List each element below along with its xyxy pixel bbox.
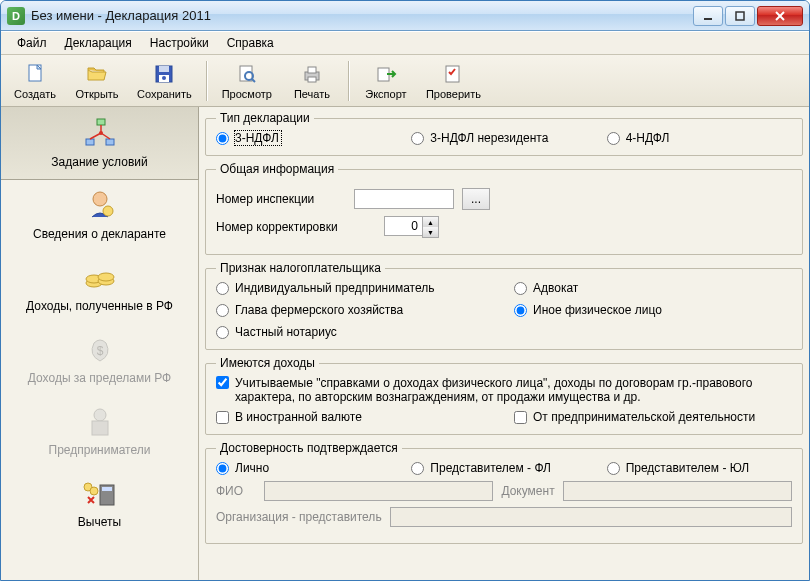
sidebar-item-label: Доходы, полученные в РФ (26, 299, 173, 313)
person-icon (82, 187, 118, 223)
checklist-icon (441, 62, 465, 86)
printer-icon (300, 62, 324, 86)
input-correction[interactable] (384, 216, 422, 236)
toolbar-open[interactable]: Открыть (67, 60, 127, 102)
maximize-button[interactable] (725, 6, 755, 26)
menu-file[interactable]: Файл (9, 33, 55, 53)
sidebar: Задание условий Сведения о декларанте До… (1, 107, 199, 580)
folder-open-icon (85, 62, 109, 86)
input-doc (563, 481, 792, 501)
legend-general: Общая информация (216, 162, 338, 176)
toolbar-separator (348, 61, 350, 101)
businessman-icon (82, 403, 118, 439)
radio-notary[interactable]: Частный нотариус (216, 325, 494, 339)
export-icon (374, 62, 398, 86)
svg-rect-33 (92, 421, 108, 435)
toolbar-export[interactable]: Экспорт (356, 60, 416, 102)
svg-point-9 (162, 76, 166, 80)
radio-ip[interactable]: Индивидуальный предприниматель (216, 281, 494, 295)
radio-other[interactable]: Иное физическое лицо (514, 303, 792, 317)
toolbar-save[interactable]: Сохранить (129, 60, 200, 102)
calculator-icon (82, 475, 118, 511)
radio-rep-ul[interactable]: Представителем - ЮЛ (607, 461, 792, 475)
svg-rect-17 (446, 66, 459, 82)
sidebar-item-income-abroad[interactable]: $ Доходы за пределами РФ (1, 323, 198, 395)
check-foreign[interactable]: В иностранной валюте (216, 410, 494, 424)
legend-sign: Признак налогоплательщика (216, 261, 385, 275)
svg-point-25 (93, 192, 107, 206)
file-new-icon (23, 62, 47, 86)
fieldset-decl-type: Тип декларации 3-НДФЛ 3-НДФЛ нерезидента… (205, 111, 803, 156)
fieldset-general: Общая информация Номер инспекции ... Ном… (205, 162, 803, 255)
check-spravka[interactable]: Учитываемые "справками о доходах физичес… (216, 376, 792, 404)
input-org (390, 507, 792, 527)
fieldset-income: Имеются доходы Учитываемые "справками о … (205, 356, 803, 435)
toolbar-create[interactable]: Создать (5, 60, 65, 102)
radio-3ndfl-nonres[interactable]: 3-НДФЛ нерезидента (411, 131, 596, 145)
svg-rect-7 (159, 66, 169, 72)
toolbar-print[interactable]: Печать (282, 60, 342, 102)
svg-point-30 (98, 273, 114, 281)
spinner-down[interactable]: ▼ (423, 227, 438, 237)
menu-settings[interactable]: Настройки (142, 33, 217, 53)
legend-decl-type: Тип декларации (216, 111, 314, 125)
toolbar-preview[interactable]: Просмотр (214, 60, 280, 102)
svg-rect-14 (308, 67, 316, 73)
coins-icon (82, 259, 118, 295)
radio-advokat[interactable]: Адвокат (514, 281, 792, 295)
sidebar-item-label: Предприниматели (49, 443, 151, 457)
sidebar-item-label: Доходы за пределами РФ (28, 371, 171, 385)
svg-point-26 (103, 206, 113, 216)
sidebar-item-conditions[interactable]: Задание условий (1, 107, 199, 180)
menu-help[interactable]: Справка (219, 33, 282, 53)
minimize-button[interactable] (693, 6, 723, 26)
magnifier-page-icon (235, 62, 259, 86)
toolbar-verify[interactable]: Проверить (418, 60, 489, 102)
spinner-up[interactable]: ▲ (423, 217, 438, 227)
label-org: Организация - представитель (216, 510, 382, 524)
main-body: Задание условий Сведения о декларанте До… (1, 107, 809, 580)
toolbar: Создать Открыть Сохранить Просмотр Печат… (1, 55, 809, 107)
sidebar-item-label: Вычеты (78, 515, 121, 529)
stepper-correction: ▲ ▼ (384, 216, 439, 238)
check-biz[interactable]: От предпринимательской деятельности (514, 410, 792, 424)
svg-point-32 (94, 409, 106, 421)
titlebar: D Без имени - Декларация 2011 (1, 1, 809, 31)
sidebar-item-income-rf[interactable]: Доходы, полученные в РФ (1, 251, 198, 323)
floppy-disk-icon (152, 62, 176, 86)
legend-trust: Достоверность подтверждается (216, 441, 402, 455)
svg-rect-1 (736, 12, 744, 20)
legend-income: Имеются доходы (216, 356, 319, 370)
sidebar-item-label: Сведения о декларанте (33, 227, 166, 241)
sidebar-item-deductions[interactable]: Вычеты (1, 467, 198, 539)
svg-text:$: $ (96, 344, 103, 358)
svg-rect-35 (102, 487, 112, 491)
toolbar-separator (206, 61, 208, 101)
fieldset-taxpayer-sign: Признак налогоплательщика Индивидуальный… (205, 261, 803, 350)
label-doc: Документ (501, 484, 554, 498)
svg-rect-18 (97, 119, 105, 125)
app-icon: D (7, 7, 25, 25)
diagram-icon (82, 115, 118, 151)
window-title: Без имени - Декларация 2011 (31, 8, 693, 23)
menu-declaration[interactable]: Декларация (57, 33, 140, 53)
svg-point-24 (99, 131, 103, 135)
svg-rect-15 (308, 77, 316, 82)
menubar: Файл Декларация Настройки Справка (1, 31, 809, 55)
radio-4ndfl[interactable]: 4-НДФЛ (607, 131, 792, 145)
radio-farm[interactable]: Глава фермерского хозяйства (216, 303, 494, 317)
input-inspection[interactable] (354, 189, 454, 209)
label-fio: ФИО (216, 484, 256, 498)
money-bag-icon: $ (82, 331, 118, 367)
input-fio (264, 481, 493, 501)
fieldset-trust: Достоверность подтверждается Лично Предс… (205, 441, 803, 544)
radio-rep-fl[interactable]: Представителем - ФЛ (411, 461, 596, 475)
label-correction: Номер корректировки (216, 220, 376, 234)
sidebar-item-entrepreneurs[interactable]: Предприниматели (1, 395, 198, 467)
close-button[interactable] (757, 6, 803, 26)
svg-point-37 (90, 487, 98, 495)
browse-inspection-button[interactable]: ... (462, 188, 490, 210)
sidebar-item-declarant[interactable]: Сведения о декларанте (1, 179, 198, 251)
radio-3ndfl[interactable]: 3-НДФЛ (216, 131, 401, 145)
radio-self[interactable]: Лично (216, 461, 401, 475)
